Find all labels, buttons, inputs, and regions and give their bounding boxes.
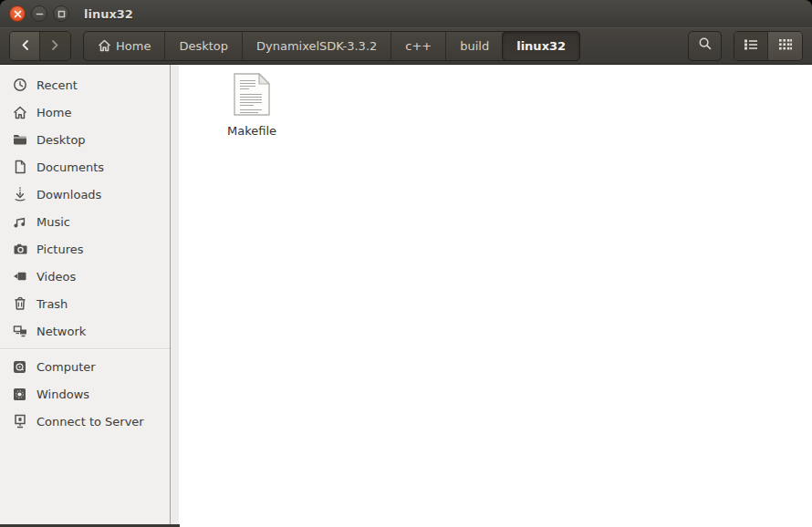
pane-splitter[interactable] (171, 65, 179, 527)
back-button[interactable] (10, 32, 40, 60)
breadcrumb-cpp[interactable]: c++ (391, 32, 446, 60)
chevron-left-icon (20, 37, 30, 55)
download-icon (12, 187, 27, 202)
sidebar-item-connect-to-server[interactable]: Connect to Server (0, 408, 170, 435)
titlebar: linux32 (0, 0, 812, 27)
harddisk-icon (12, 359, 27, 375)
sidebar-item-videos[interactable]: Videos (0, 263, 170, 290)
folder-icon (12, 132, 27, 148)
sidebar-item-documents[interactable]: Documents (0, 153, 170, 181)
list-view-button[interactable] (734, 32, 768, 60)
clock-icon (12, 78, 27, 93)
document-icon (12, 160, 27, 175)
window-maximize-button[interactable] (53, 5, 69, 22)
music-note-icon (12, 214, 27, 230)
sidebar-item-pictures[interactable]: Pictures (0, 235, 170, 263)
file-item-makefile[interactable]: Makefile (212, 72, 292, 138)
file-label: Makefile (227, 124, 276, 138)
navigation-buttons (9, 31, 71, 61)
breadcrumb-build[interactable]: build (446, 32, 503, 60)
forward-button[interactable] (40, 32, 70, 60)
file-view[interactable]: Makefile (179, 65, 812, 527)
window-title: linux32 (84, 7, 133, 21)
chevron-right-icon (50, 37, 60, 55)
sidebar-item-downloads[interactable]: Downloads (0, 181, 170, 208)
sidebar: Recent Home Desktop Documents (0, 65, 171, 527)
sidebar-item-desktop[interactable]: Desktop (0, 126, 170, 153)
trash-icon (12, 296, 27, 312)
content-area: Recent Home Desktop Documents (0, 65, 812, 527)
grid-view-icon (778, 37, 793, 55)
breadcrumb-linux32-current[interactable]: linux32 (502, 31, 580, 61)
sidebar-item-windows[interactable]: Windows (0, 380, 170, 408)
view-toggle (734, 31, 803, 61)
breadcrumb-desktop[interactable]: Desktop (165, 32, 243, 60)
toolbar-right (688, 31, 803, 61)
home-icon (12, 105, 27, 120)
sidebar-item-computer[interactable]: Computer (0, 353, 170, 380)
sidebar-item-music[interactable]: Music (0, 208, 170, 235)
file-manager-window: linux32 Home Desktop (0, 0, 812, 527)
breadcrumb: Home Desktop DynamixelSDK-3.3.2 c++ buil… (83, 31, 580, 61)
list-view-icon (744, 37, 758, 55)
close-icon (14, 10, 22, 18)
breadcrumb-home[interactable]: Home (84, 32, 165, 60)
minimize-icon (36, 10, 44, 18)
home-icon (98, 39, 111, 52)
disk-icon (12, 387, 27, 402)
window-close-button[interactable] (9, 5, 26, 22)
sidebar-separator (0, 348, 170, 349)
sidebar-item-recent[interactable]: Recent (0, 71, 170, 98)
search-icon (698, 36, 713, 55)
sidebar-item-home[interactable]: Home (0, 98, 170, 126)
text-document-icon (233, 72, 271, 120)
breadcrumb-dynamixelsdk[interactable]: DynamixelSDK-3.3.2 (243, 32, 391, 60)
sidebar-item-trash[interactable]: Trash (0, 290, 170, 317)
sidebar-item-network[interactable]: Network (0, 317, 170, 345)
maximize-icon (57, 10, 66, 18)
grid-view-button[interactable] (768, 32, 802, 60)
search-button[interactable] (688, 31, 722, 61)
camera-icon (12, 242, 27, 257)
network-icon (12, 324, 27, 339)
server-icon (12, 414, 27, 429)
toolbar: Home Desktop DynamixelSDK-3.3.2 c++ buil… (0, 27, 812, 65)
video-camera-icon (12, 269, 27, 284)
window-minimize-button[interactable] (31, 5, 47, 22)
